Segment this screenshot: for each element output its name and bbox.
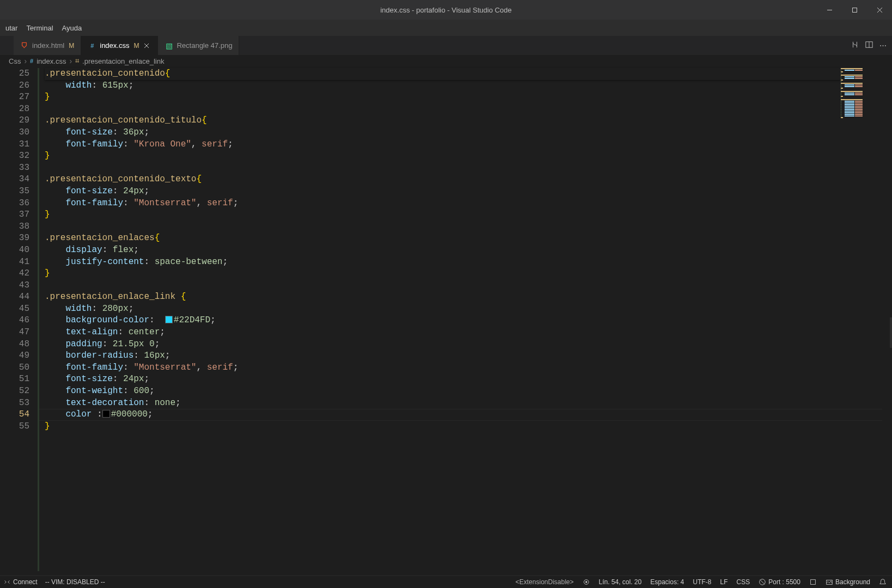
notifications-button[interactable] [879,578,887,586]
code-line[interactable]: } [45,150,892,162]
line-number: 39 [2,232,39,244]
code-line[interactable]: font-family: "Montserrat", serif; [45,198,892,210]
modified-indicator: M [132,42,139,50]
tab-rectangle-png[interactable]: ▧ Rectangle 47.png [158,36,239,55]
code-line[interactable]: justify-content: space-between; [45,256,892,268]
line-number: 55 [2,421,39,433]
code-line[interactable]: } [45,91,892,103]
live-server-port[interactable]: Port : 5500 [758,578,800,586]
split-editor-icon[interactable] [865,41,873,50]
tab-label: index.css [100,41,129,50]
svg-line-11 [760,580,765,585]
breadcrumb-symbol[interactable]: .presentacion_enlace_link [82,57,164,65]
line-number: 38 [2,221,39,233]
cursor-position[interactable]: Lín. 54, col. 20 [599,578,642,586]
html-file-icon: ⛉ [20,41,29,50]
window-title: index.css - portafolio - Visual Studio C… [380,6,512,14]
encoding[interactable]: UTF-8 [693,578,712,586]
chevron-right-icon: › [69,57,72,65]
css-file-icon: # [30,58,33,64]
menu-item-terminal[interactable]: Terminal [22,22,57,34]
code-line[interactable]: display: flex; [45,244,892,256]
editor-actions: ⋯ [851,36,887,55]
code-line[interactable]: text-align: center; [45,327,892,339]
scrollbar-thumb[interactable] [890,317,892,348]
compare-changes-icon[interactable] [851,41,859,50]
editor[interactable]: 2526272829303132333435363738394041424344… [0,67,892,575]
tab-index-css[interactable]: # index.css M [81,36,158,55]
background-label: Background [835,578,870,586]
code-line[interactable]: .presentacion_enlace_link { [45,291,892,303]
line-number: 50 [2,362,39,374]
line-number: 52 [2,385,39,397]
chevron-right-icon: › [24,57,27,65]
code-line[interactable] [45,162,892,174]
tab-label: Rectangle 47.png [177,41,232,50]
status-connect-label: Connect [13,578,38,586]
code-line[interactable]: .presentacion_contenido_texto{ [45,174,892,186]
code-line[interactable]: border-radius: 16px; [45,350,892,362]
code-line[interactable]: } [45,421,892,433]
code-line[interactable]: } [45,209,892,221]
code-line[interactable] [45,221,892,233]
extension-disable-status[interactable]: <ExtensionDisable> [515,578,574,586]
prettier-status[interactable] [809,578,817,586]
code-area[interactable]: .presentacion_contenido{ width: 615px;}.… [39,67,892,575]
menu-item-ejecutar[interactable]: utar [1,22,22,34]
menu-item-ayuda[interactable]: Ayuda [58,22,87,34]
svg-rect-12 [811,580,816,585]
code-line[interactable] [45,103,892,115]
code-line[interactable]: width: 280px; [45,303,892,315]
line-number: 28 [2,103,39,115]
breadcrumb[interactable]: Css › # index.css › ⌗ .presentacion_enla… [0,55,892,67]
code-line[interactable]: .presentacion_contenido{ [45,68,892,80]
code-line[interactable]: font-weight: 600; [45,385,892,397]
tab-close-button[interactable] [142,41,151,50]
code-line[interactable]: padding: 21.5px 0; [45,339,892,351]
code-line[interactable]: .presentacion_enlaces{ [45,232,892,244]
minimize-button[interactable] [817,0,842,20]
menu-bar: utar Terminal Ayuda [0,20,892,36]
code-line[interactable] [45,280,892,292]
line-number: 36 [2,198,39,210]
line-number: 46 [2,315,39,327]
line-number: 41 [2,256,39,268]
screencast-button[interactable] [582,578,590,586]
code-line[interactable]: width: 615px; [45,80,892,92]
code-line[interactable]: font-family: "Montserrat", serif; [45,362,892,374]
code-line[interactable]: } [45,268,892,280]
indentation[interactable]: Espacios: 4 [650,578,684,586]
breadcrumb-folder[interactable]: Css [9,57,21,65]
code-line[interactable]: .presentacion_contenido_titulo{ [45,115,892,127]
maximize-button[interactable] [842,0,867,20]
language-mode[interactable]: CSS [737,578,750,586]
line-number: 31 [2,139,39,151]
code-line[interactable]: color :#000000; [45,409,892,421]
code-line[interactable]: font-family: "Krona One", serif; [45,139,892,151]
code-line[interactable]: background-color: #22D4FD; [45,315,892,327]
more-actions-icon[interactable]: ⋯ [879,41,887,50]
tab-index-html[interactable]: ⛉ index.html M [14,36,81,55]
line-number: 49 [2,350,39,362]
minimap[interactable] [840,67,892,127]
remote-connect-button[interactable]: Connect [3,578,38,586]
code-line[interactable]: text-decoration: none; [45,397,892,409]
breadcrumb-file[interactable]: index.css [37,57,66,65]
eol[interactable]: LF [720,578,728,586]
svg-rect-1 [852,8,857,12]
line-number: 27 [2,91,39,103]
line-number: 26 [2,80,39,92]
modified-indicator: M [68,42,74,50]
code-line[interactable]: font-size: 36px; [45,127,892,139]
line-number: 47 [2,327,39,339]
status-bar: Connect -- VIM: DISABLED -- <ExtensionDi… [0,575,892,588]
image-file-icon: ▧ [165,41,173,50]
code-line[interactable]: font-size: 24px; [45,186,892,198]
vim-status[interactable]: -- VIM: DISABLED -- [45,578,105,586]
css-file-icon: # [88,41,96,50]
line-number: 35 [2,186,39,198]
background-status[interactable]: Background [826,578,870,586]
close-window-button[interactable] [867,0,892,20]
tab-label: index.html [32,41,64,50]
code-line[interactable]: font-size: 24px; [45,373,892,385]
